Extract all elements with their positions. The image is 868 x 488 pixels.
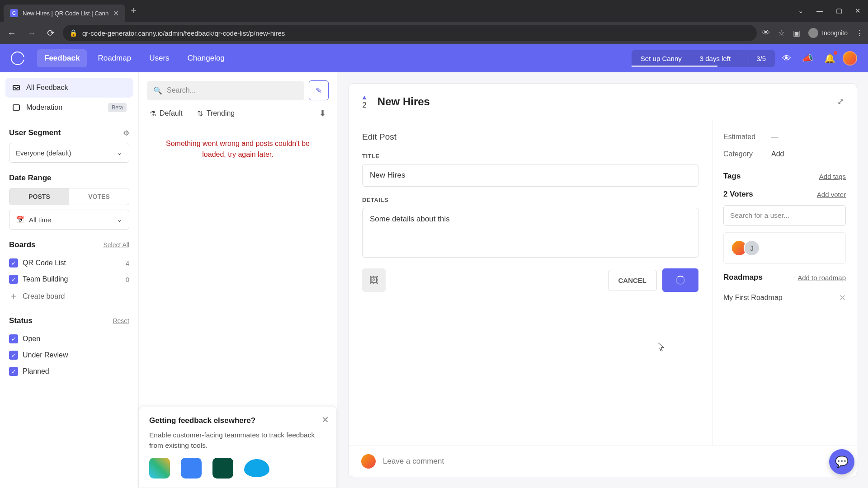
edit-heading: Edit Post	[362, 132, 698, 142]
maximize-icon[interactable]: ▢	[836, 7, 842, 15]
zendesk-logo[interactable]	[212, 458, 233, 479]
logo[interactable]	[11, 52, 24, 65]
title-label: TITLE	[362, 153, 698, 160]
gear-icon[interactable]: ⚙	[123, 129, 129, 137]
close-tab-icon[interactable]: ✕	[113, 9, 119, 18]
category-label: Category	[723, 150, 763, 158]
roadmap-item[interactable]: My First Roadmap ✕	[723, 288, 846, 307]
intercom-logo[interactable]	[181, 458, 202, 479]
close-icon[interactable]: ✕	[321, 414, 329, 425]
eye-icon[interactable]: 👁	[778, 50, 795, 67]
checkbox-icon[interactable]: ✓	[9, 334, 18, 343]
add-tags-link[interactable]: Add tags	[819, 173, 846, 180]
setup-canny-button[interactable]: Set up Canny 3 days left 3/5	[632, 50, 775, 67]
voter-search-input[interactable]: Search for a user...	[723, 205, 846, 226]
reload-button[interactable]: ⟳	[44, 25, 57, 41]
menu-icon[interactable]: ⋮	[856, 28, 863, 38]
nav-roadmap[interactable]: Roadmap	[90, 49, 138, 67]
search-icon: 🔍	[153, 86, 162, 95]
add-voter-link[interactable]: Add voter	[817, 191, 846, 198]
panel-icon[interactable]: ▣	[793, 28, 800, 38]
browser-tab[interactable]: C New Hires | QR Code List | Cann ✕	[4, 5, 125, 22]
calendar-icon: 📅	[16, 216, 24, 224]
status-item[interactable]: ✓Under Review	[9, 347, 129, 363]
back-button[interactable]: ←	[5, 25, 19, 41]
estimated-label: Estimated	[723, 133, 763, 141]
incognito-icon	[808, 28, 818, 38]
user-avatar[interactable]	[843, 51, 857, 66]
nav-users[interactable]: Users	[142, 49, 176, 67]
time-range-select[interactable]: 📅All time ⌄	[9, 210, 129, 230]
commenter-avatar	[361, 454, 376, 469]
details-textarea[interactable]	[362, 208, 698, 258]
save-button[interactable]	[662, 268, 698, 292]
posts-column: 🔍 Search... ✎ ⚗Default ⇅Trending ⬇ Somet…	[138, 72, 337, 488]
remove-roadmap-icon[interactable]: ✕	[839, 293, 846, 303]
download-icon[interactable]: ⬇	[319, 108, 326, 118]
minimize-icon[interactable]: —	[816, 7, 823, 15]
address-bar[interactable]: 🔒 qr-code-generator.canny.io/admin/feedb…	[63, 25, 757, 41]
checkbox-icon[interactable]: ✓	[9, 258, 18, 267]
add-roadmap-link[interactable]: Add to roadmap	[797, 274, 846, 282]
bookmark-icon[interactable]: ☆	[778, 28, 785, 38]
checkbox-icon[interactable]: ✓	[9, 275, 18, 284]
edit-form: Edit Post TITLE DETAILS 🖼 CANCEL	[349, 120, 712, 446]
slack-logo[interactable]	[149, 458, 170, 479]
voter-avatar[interactable]: J	[744, 240, 760, 256]
checkbox-icon[interactable]: ✓	[9, 367, 18, 376]
post-meta-sidebar: Estimated — Category Add Tags Add tags 2…	[712, 120, 857, 446]
board-item[interactable]: ✓ QR Code List 4	[9, 255, 129, 271]
posts-tab[interactable]: POSTS	[9, 188, 69, 205]
feedback-promo-card: ✕ Getting feedback elsewhere? Enable cus…	[139, 407, 337, 488]
title-input[interactable]	[362, 164, 698, 187]
close-window-icon[interactable]: ✕	[855, 7, 861, 15]
segment-select[interactable]: Everyone (default) ⌄	[9, 143, 129, 163]
search-input[interactable]: 🔍 Search...	[147, 81, 304, 100]
beta-badge: Beta	[108, 103, 127, 112]
boards-label: Boards	[9, 240, 36, 249]
browser-tab-strip: C New Hires | QR Code List | Cann ✕ + ⌄ …	[0, 0, 868, 22]
spinner-icon	[676, 276, 685, 285]
sort-trending[interactable]: ⇅Trending	[197, 109, 235, 118]
nav-changelog[interactable]: Changelog	[180, 49, 232, 67]
status-item[interactable]: ✓Open	[9, 331, 129, 347]
salesforce-logo[interactable]	[244, 459, 269, 477]
comment-input[interactable]	[383, 457, 844, 466]
attach-image-button[interactable]: 🖼	[362, 268, 386, 292]
reset-link[interactable]: Reset	[113, 317, 129, 324]
category-add-link[interactable]: Add	[771, 150, 784, 158]
filter-default[interactable]: ⚗Default	[150, 109, 183, 118]
roadmaps-label: Roadmaps	[723, 273, 763, 282]
favicon: C	[10, 9, 18, 17]
hide-cookies-icon[interactable]: 👁	[762, 28, 770, 38]
tags-label: Tags	[723, 172, 741, 181]
chevron-down-icon: ⌄	[117, 149, 123, 157]
expand-icon[interactable]: ⤢	[837, 97, 844, 107]
bell-icon[interactable]: 🔔	[821, 49, 839, 67]
chevron-down-icon[interactable]: ⌄	[798, 7, 804, 15]
app-header: Feedback Roadmap Users Changelog Set up …	[0, 44, 868, 72]
date-range-label: Date Range	[9, 174, 52, 183]
cancel-button[interactable]: CANCEL	[608, 270, 657, 291]
board-item[interactable]: ✓ Team Building 0	[9, 271, 129, 287]
vote-button[interactable]: ▲ 2	[361, 94, 368, 110]
select-all-link[interactable]: Select All	[103, 241, 129, 249]
checkbox-icon[interactable]: ✓	[9, 351, 18, 360]
forward-button[interactable]: →	[24, 25, 39, 41]
chevron-down-icon: ⌄	[117, 216, 123, 224]
compose-button[interactable]: ✎	[309, 80, 329, 100]
nav-feedback[interactable]: Feedback	[37, 49, 87, 67]
voter-list[interactable]: J	[723, 232, 846, 264]
comment-bar	[349, 446, 857, 477]
votes-tab[interactable]: VOTES	[69, 188, 129, 205]
create-board-button[interactable]: + Create board	[9, 287, 129, 305]
sort-icon: ⇅	[197, 109, 203, 118]
sidebar-moderation[interactable]: Moderation Beta	[5, 98, 133, 117]
sidebar-all-feedback[interactable]: All Feedback	[5, 78, 133, 98]
incognito-badge[interactable]: Incognito	[808, 28, 848, 38]
new-tab-button[interactable]: +	[131, 5, 137, 17]
chat-widget[interactable]: 💬	[829, 449, 854, 474]
plus-icon: +	[9, 292, 18, 301]
status-item[interactable]: ✓Planned	[9, 363, 129, 380]
announce-icon[interactable]: 📣	[798, 49, 817, 67]
